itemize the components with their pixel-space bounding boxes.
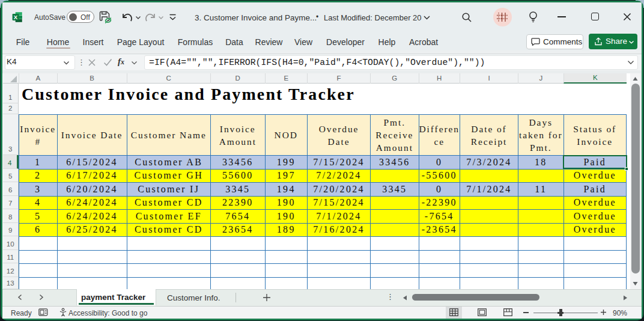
svg-text:X: X bbox=[14, 14, 18, 20]
